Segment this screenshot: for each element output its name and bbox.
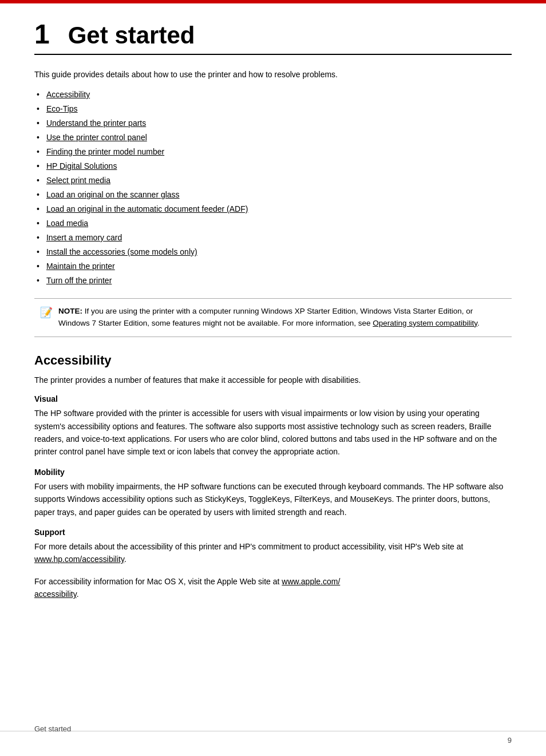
apple-accessibility-link[interactable]: www.apple.com/accessibility <box>34 577 340 599</box>
toc-link-control-panel[interactable]: Use the printer control panel <box>46 132 147 144</box>
list-item: Turn off the printer <box>34 275 512 287</box>
list-item: Load an original in the automatic docume… <box>34 203 512 215</box>
list-item: Load an original on the scanner glass <box>34 189 512 201</box>
visual-heading: Visual <box>34 394 512 403</box>
list-item: Insert a memory card <box>34 232 512 244</box>
toc-link-accessibility[interactable]: Accessibility <box>46 89 90 101</box>
note-label: NOTE: <box>58 307 82 315</box>
footer-page-number: 9 <box>508 736 512 745</box>
toc-link-print-media[interactable]: Select print media <box>46 175 110 187</box>
toc-link-model-number[interactable]: Finding the printer model number <box>46 146 164 158</box>
accessibility-intro: The printer provides a number of feature… <box>34 374 512 386</box>
toc-link-load-media[interactable]: Load media <box>46 217 88 229</box>
list-item: Use the printer control panel <box>34 132 512 144</box>
support-text-1: For more details about the accessibility… <box>34 540 512 566</box>
accessibility-heading: Accessibility <box>34 353 512 368</box>
content-area: 1 Get started This guide provides detail… <box>0 3 546 644</box>
note-period: . <box>477 319 480 327</box>
footer-left-text: Get started <box>34 725 71 733</box>
intro-text: This guide provides details about how to… <box>34 69 512 81</box>
toc-list: Accessibility Eco-Tips Understand the pr… <box>34 89 512 287</box>
chapter-number: 1 <box>34 21 50 48</box>
toc-link-digital-solutions[interactable]: HP Digital Solutions <box>46 160 117 172</box>
note-icon: 📝 <box>40 306 53 319</box>
toc-link-memory-card[interactable]: Insert a memory card <box>46 232 122 244</box>
note-text: NOTE: If you are using the printer with … <box>58 306 506 330</box>
toc-link-scanner-glass[interactable]: Load an original on the scanner glass <box>46 189 180 201</box>
visual-subsection: Visual The HP software provided with the… <box>34 394 512 458</box>
list-item: Select print media <box>34 175 512 187</box>
page-footer: Get started 9 <box>0 731 546 745</box>
note-link[interactable]: Operating system compatibility <box>373 319 477 327</box>
support-heading: Support <box>34 528 512 537</box>
list-item: Understand the printer parts <box>34 117 512 129</box>
hp-accessibility-link[interactable]: www.hp.com/accessibility <box>34 555 124 564</box>
page: 1 Get started This guide provides detail… <box>0 0 546 756</box>
toc-link-turn-off[interactable]: Turn off the printer <box>46 275 112 287</box>
accessibility-section: Accessibility The printer provides a num… <box>34 353 512 601</box>
mobility-heading: Mobility <box>34 468 512 477</box>
list-item: Maintain the printer <box>34 260 512 272</box>
list-item: Finding the printer model number <box>34 146 512 158</box>
toc-link-eco-tips[interactable]: Eco-Tips <box>46 103 78 115</box>
toc-link-printer-parts[interactable]: Understand the printer parts <box>46 117 146 129</box>
toc-link-adf[interactable]: Load an original in the automatic docume… <box>46 203 248 215</box>
support-subsection: Support For more details about the acces… <box>34 528 512 601</box>
toc-link-maintain[interactable]: Maintain the printer <box>46 260 115 272</box>
chapter-title: Get started <box>68 23 195 48</box>
toc-link-accessories[interactable]: Install the accessories (some models onl… <box>46 246 197 258</box>
list-item: Eco-Tips <box>34 103 512 115</box>
list-item: HP Digital Solutions <box>34 160 512 172</box>
mobility-text: For users with mobility impairments, the… <box>34 480 512 518</box>
chapter-heading: 1 Get started <box>34 21 512 55</box>
list-item: Load media <box>34 217 512 229</box>
support-text-2: For accessibility information for Mac OS… <box>34 575 512 601</box>
visual-text: The HP software provided with the printe… <box>34 407 512 458</box>
list-item: Accessibility <box>34 89 512 101</box>
mobility-subsection: Mobility For users with mobility impairm… <box>34 468 512 518</box>
note-box: 📝 NOTE: If you are using the printer wit… <box>34 298 512 337</box>
list-item: Install the accessories (some models onl… <box>34 246 512 258</box>
